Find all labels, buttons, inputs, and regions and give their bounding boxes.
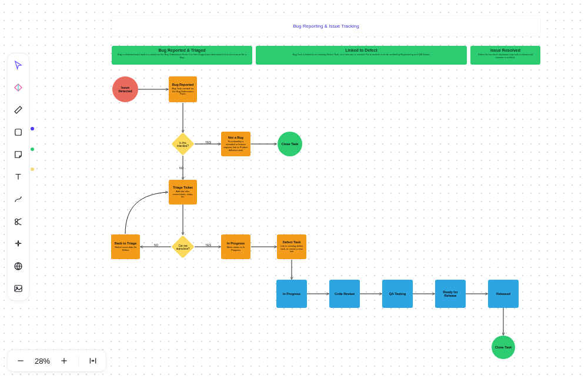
node-bug-reported[interactable]: Bug Reported Bug Task created via the Bu… [169, 76, 197, 102]
svg-point-17 [15, 222, 18, 225]
label-yes-1: YES [205, 140, 211, 144]
node-in-progress-1[interactable]: In Progress Move status to In Progress [221, 234, 250, 259]
section-tool[interactable] [11, 214, 25, 229]
diagram-title: Bug Reporting & Issue Tracking [112, 16, 540, 36]
node-is-intended[interactable]: Is this intended? [171, 132, 195, 156]
text-tool[interactable] [11, 170, 25, 184]
label-yes-2: YES [205, 243, 211, 247]
canvas[interactable]: Bug Reporting & Issue Tracking Bug Repor… [0, 0, 588, 379]
pen-color-dot [31, 127, 34, 130]
node-back-to-triage[interactable]: Back to Triage Gather more data for Defe… [111, 234, 140, 259]
label-no-2: NO [154, 243, 159, 247]
svg-point-16 [15, 219, 18, 222]
label-no-1: NO [179, 166, 184, 170]
phase-linked: Linked to Defect Bug Task is linked to a… [256, 46, 467, 65]
embed-tool[interactable] [11, 259, 25, 273]
sticky-note-tool[interactable] [11, 147, 25, 162]
phase-resolved: Issue Resolved Defect fix has been deplo… [470, 46, 540, 65]
node-close-task-2[interactable]: Close Task [492, 336, 515, 359]
node-triage-ticket[interactable]: Triage Ticket Add doc info, screenshots,… [169, 180, 197, 204]
shape-color-dot [31, 147, 34, 151]
node-in-progress-2[interactable]: In Progress [276, 280, 307, 308]
node-qa-testing[interactable]: QA Testing [382, 280, 413, 308]
node-defect-task[interactable]: Defect Task Link to existing defect task… [277, 234, 306, 259]
pen-tool[interactable] [11, 103, 25, 117]
svg-rect-15 [15, 129, 22, 136]
node-code-review[interactable]: Code Review [329, 280, 360, 308]
zoom-value[interactable]: 28% [35, 357, 50, 365]
sticky-color-dot [31, 167, 34, 171]
shape-tool[interactable] [11, 125, 25, 139]
node-issue-detected[interactable]: Issue Detected [112, 76, 138, 102]
magic-tool[interactable] [11, 237, 25, 251]
node-released[interactable]: Released [488, 280, 519, 308]
node-close-task-1[interactable]: Close Task [278, 132, 302, 156]
ai-assist-tool[interactable] [11, 81, 25, 95]
fit-view-button[interactable] [88, 356, 98, 365]
image-tool[interactable] [11, 281, 25, 296]
pointer-tool[interactable] [11, 58, 25, 72]
zoom-out-button[interactable] [16, 356, 25, 365]
zoom-bar: 28% [7, 350, 106, 372]
node-reproduce[interactable]: Can we reproduce? [171, 235, 195, 259]
toolbar [7, 53, 29, 301]
phase-triage: Bug Reported & Triaged Bug is detected a… [112, 46, 252, 65]
zoom-in-button[interactable] [59, 356, 69, 365]
node-ready-release[interactable]: Ready for Release [435, 280, 466, 308]
connector-tool[interactable] [11, 192, 25, 206]
node-not-a-bug[interactable]: Not a Bug Functionality is intended or f… [221, 132, 250, 156]
